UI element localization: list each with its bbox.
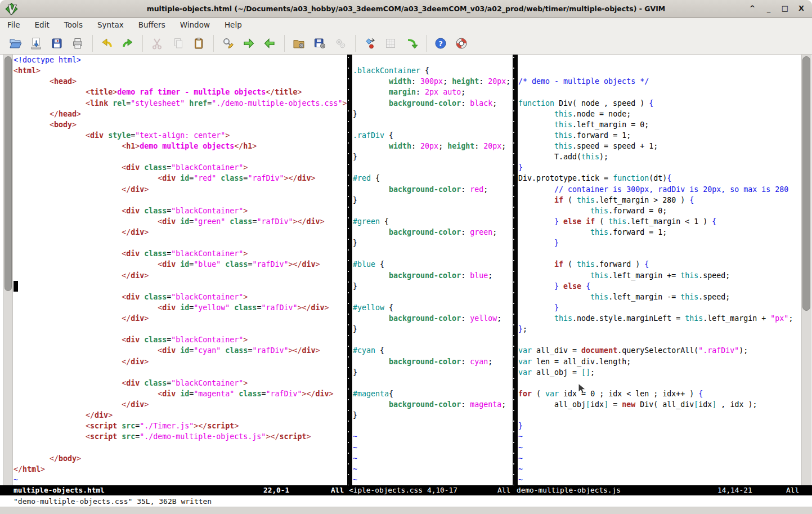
code-line: <h1>demo multiple objects</h1> <box>14 141 347 151</box>
code-line: <title>demo raf timer - multiple objects… <box>14 87 347 97</box>
code-line: Div.prototype.tick = function(dt){ <box>518 173 800 184</box>
left-scrollbar[interactable] <box>3 55 13 485</box>
code-line: if ( this.left_margin > 280 ) { <box>518 195 800 205</box>
toolbar-separator <box>426 35 427 52</box>
menu-file[interactable]: File <box>7 19 28 31</box>
code-line: </html> <box>14 464 347 475</box>
code-line: } <box>518 421 800 431</box>
right-scrollbar[interactable] <box>801 55 811 485</box>
redo-icon[interactable] <box>121 37 134 50</box>
pane-css[interactable]: .blackContainer { width: 300px; height: … <box>353 55 512 485</box>
status-file-left: multiple-objects.html <box>14 486 105 494</box>
make-icon[interactable] <box>363 37 376 50</box>
open-icon[interactable] <box>8 37 22 50</box>
save-all-icon[interactable] <box>50 37 64 50</box>
code-line <box>518 248 800 259</box>
window-separator[interactable] <box>513 55 518 485</box>
left-scrollbar-thumb[interactable] <box>5 56 12 291</box>
cut-icon[interactable] <box>150 37 164 50</box>
menu-help[interactable]: Help <box>217 19 249 31</box>
menu-buffers[interactable]: Buffers <box>131 19 173 31</box>
find-next-icon[interactable] <box>242 37 255 50</box>
code-line <box>353 205 512 216</box>
save-session-icon[interactable] <box>313 37 326 50</box>
code-line: } <box>353 324 512 334</box>
code-line: } else if ( this.left_margin < 1 ) { <box>518 216 800 227</box>
code-line: <script src="./demo-multiple-objects.js"… <box>14 431 347 442</box>
print-icon[interactable] <box>71 37 84 50</box>
code-line: </div> <box>14 313 347 324</box>
window-separator[interactable] <box>347 55 352 485</box>
minimize-button[interactable]: _ <box>764 3 774 14</box>
code-line: </div> <box>14 410 347 421</box>
code-line <box>353 378 512 388</box>
code-line <box>518 378 800 388</box>
code-line: background-color: magenta; <box>353 399 512 410</box>
code-line: <div id="green" class="rafDiv"></div> <box>14 216 347 227</box>
code-line: width: 300px; height: 20px; <box>353 76 512 87</box>
code-line: /* demo - multiple objects */ <box>518 76 800 87</box>
code-line: ~ <box>353 464 512 475</box>
code-line: } <box>353 410 512 421</box>
code-line: <div style="text-align: center"> <box>14 130 347 141</box>
code-line: <div class="blackContainer"> <box>14 248 347 259</box>
code-line: #blue { <box>353 259 512 270</box>
status-pos-middle: 4,10-17 <box>427 486 457 494</box>
build-tags-icon[interactable] <box>384 37 397 50</box>
code-line: this.left_margin = 0; <box>518 119 800 130</box>
code-line: }; <box>518 324 800 334</box>
code-line: background-color: yellow; <box>353 313 512 324</box>
code-line <box>14 238 347 248</box>
code-line: ~ <box>353 431 512 442</box>
find-help-icon[interactable] <box>455 37 468 50</box>
find-replace-icon[interactable] <box>221 37 235 50</box>
pane-js[interactable]: /* demo - multiple objects */ function D… <box>518 55 800 485</box>
paste-icon[interactable] <box>192 37 205 50</box>
code-line: ~ <box>353 443 512 453</box>
code-line: this.node = node; <box>518 109 800 119</box>
code-line <box>14 324 347 334</box>
save-icon[interactable] <box>29 37 43 50</box>
code-line <box>14 195 347 205</box>
code-line: background-color: cyan; <box>353 356 512 367</box>
shade-button[interactable]: ^ <box>747 3 757 14</box>
pane-html[interactable]: <!doctype html><html> <head> <title>demo… <box>14 55 347 485</box>
code-line: all_obj[idx] = new Div( all_div[idx] , i… <box>518 399 800 410</box>
load-session-icon[interactable] <box>292 37 306 50</box>
toolbar-separator <box>284 35 285 52</box>
code-line: ~ <box>14 475 347 485</box>
right-scrollbar-thumb[interactable] <box>802 56 810 311</box>
menu-window[interactable]: Window <box>173 19 217 31</box>
toolbar: ? <box>0 32 812 55</box>
code-line: <div id="blue" class="rafDiv"></div> <box>14 259 347 270</box>
svg-text:?: ? <box>438 39 443 47</box>
code-line: ~ <box>353 475 512 485</box>
copy-icon[interactable] <box>171 37 185 50</box>
code-line: #yellow { <box>353 302 512 313</box>
code-line: <div class="blackContainer"> <box>14 292 347 302</box>
menu-edit[interactable]: Edit <box>28 19 57 31</box>
menu-syntax[interactable]: Syntax <box>90 19 131 31</box>
code-line: } else { <box>518 281 800 292</box>
run-script-icon[interactable] <box>334 37 347 50</box>
code-line: <body> <box>14 119 347 130</box>
code-line <box>14 151 347 162</box>
status-scroll-middle: All <box>497 486 510 494</box>
code-line: #cyan { <box>353 345 512 356</box>
code-line <box>518 410 800 421</box>
maximize-button[interactable]: □ <box>780 3 790 14</box>
undo-icon[interactable] <box>100 37 114 50</box>
jump-tag-icon[interactable] <box>405 37 418 50</box>
code-line: ~ <box>518 475 800 485</box>
menu-tools[interactable]: Tools <box>57 19 90 31</box>
code-line <box>353 162 512 173</box>
find-prev-icon[interactable] <box>263 37 276 50</box>
code-line: <div class="blackContainer"> <box>14 378 347 388</box>
code-line: .blackContainer { <box>353 65 512 76</box>
close-button[interactable]: X <box>796 3 806 14</box>
help-icon[interactable]: ? <box>434 37 447 50</box>
title-bar[interactable]: multiple-objects.html (~/Documents/a03_h… <box>0 0 812 18</box>
command-line[interactable]: "demo-multiple-objects.css" 35L, 362B wr… <box>0 495 812 507</box>
code-line: this.left_margin -= this.speed; <box>518 292 800 302</box>
code-line: ~ <box>353 453 512 464</box>
